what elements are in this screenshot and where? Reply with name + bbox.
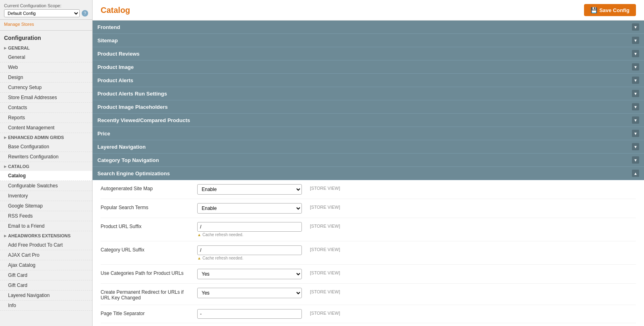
help-icon[interactable]: ? <box>82 10 88 17</box>
field-product-url-suffix: Product URL Suffix ▲ Cache refresh neede… <box>101 218 636 241</box>
accordion-toggle-product-alerts[interactable]: ▼ <box>632 77 639 84</box>
accordion-category-top-navigation[interactable]: Category Top Navigation ▼ <box>93 154 644 167</box>
sidebar-item-rss-feeds[interactable]: RSS Feeds <box>0 211 92 221</box>
accordion-product-reviews[interactable]: Product Reviews ▼ <box>93 47 644 60</box>
sidebar-item-email-friend[interactable]: Email to a Friend <box>0 221 92 231</box>
field-label-create-permanent-redirect: Create Permanent Redirect for URLs if UR… <box>101 288 189 301</box>
accordion-toggle-product-image-placeholders[interactable]: ▼ <box>632 103 639 110</box>
field-use-categories-path: Use Categories Path for Product URLs Yes… <box>101 265 636 284</box>
select-use-categories-path[interactable]: Yes No <box>197 269 302 279</box>
accordion-sitemap[interactable]: Sitemap ▼ <box>93 34 644 47</box>
select-popular-search-terms[interactable]: Enable Disable <box>197 203 302 214</box>
chevron-right-icon-3: ▶ <box>4 165 6 168</box>
sidebar-item-general[interactable]: General <box>0 52 92 62</box>
store-view-popular-search: [STORE VIEW] <box>310 203 346 210</box>
save-config-button[interactable]: 💾 Save Config <box>584 4 636 16</box>
sidebar-item-gift-card-1[interactable]: Gift Card <box>0 270 92 280</box>
sidebar-item-content-management[interactable]: Content Management <box>0 123 92 133</box>
sidebar-item-google-sitemap[interactable]: Google Sitemap <box>0 201 92 211</box>
accordion-toggle-product-alerts-run[interactable]: ▼ <box>632 90 639 97</box>
main-content: Frontend ▼ Sitemap ▼ Product Reviews ▼ P… <box>93 21 644 326</box>
sidebar-item-web[interactable]: Web <box>0 62 92 73</box>
sidebar-item-configurable-swatches[interactable]: Configurable Swatches <box>0 181 92 191</box>
accordion-toggle-price[interactable]: ▼ <box>632 130 639 137</box>
sidebar-item-base-config[interactable]: Base Configuration <box>0 142 92 152</box>
field-create-permanent-redirect: Create Permanent Redirect for URLs if UR… <box>101 284 636 305</box>
sidebar-group-catalog-items: Catalog Configurable Swatches Inventory … <box>0 171 92 231</box>
field-page-title-separator: Page Title Separator [STORE VIEW] <box>101 305 636 323</box>
sidebar-item-currency-setup[interactable]: Currency Setup <box>0 83 92 93</box>
accordion-layered-navigation[interactable]: Layered Navigation ▼ <box>93 140 644 154</box>
accordion-toggle-layered-navigation[interactable]: ▼ <box>632 143 639 150</box>
save-icon: 💾 <box>590 7 597 13</box>
sidebar-item-layered-navigation[interactable]: Layered Navigation <box>0 291 92 301</box>
accordion-price[interactable]: Price ▼ <box>93 127 644 140</box>
field-canonical-link-categories: Use Canonical Link Meta Tag For Categori… <box>101 323 636 326</box>
accordion-sitemap-label: Sitemap <box>97 37 118 44</box>
scope-label: Current Configuration Scope: <box>4 3 88 8</box>
sidebar-item-ajax-catalog[interactable]: Ajax Catalog <box>0 260 92 270</box>
accordion-frontend[interactable]: Frontend ▼ <box>93 21 644 34</box>
warning-icon: ▲ <box>197 233 201 237</box>
sidebar-group-enhanced-admin[interactable]: ▶ ENHANCED ADMIN GRIDS <box>0 133 92 142</box>
sidebar-group-general[interactable]: ▶ GENERAL <box>0 44 92 52</box>
store-view-autogenerated: [STORE VIEW] <box>310 184 346 191</box>
sidebar-item-contacts[interactable]: Contacts <box>0 103 92 113</box>
accordion-product-alerts-run-label: Product Alerts Run Settings <box>97 91 167 97</box>
field-label-category-url-suffix: Category URL Suffix <box>101 245 189 253</box>
sidebar-item-info[interactable]: Info <box>0 301 92 311</box>
accordion-toggle-seo[interactable]: ▲ <box>632 170 639 177</box>
accordion-toggle-recently-viewed[interactable]: ▼ <box>632 116 639 124</box>
accordion-product-image-placeholders[interactable]: Product Image Placeholders ▼ <box>93 100 644 114</box>
accordion-toggle-category-top-navigation[interactable]: ▼ <box>632 156 639 164</box>
sidebar-item-gift-card-2[interactable]: Gift Card <box>0 280 92 291</box>
field-hint-product-url-suffix: ▲ Cache refresh needed. <box>197 233 302 237</box>
sidebar-item-inventory[interactable]: Inventory <box>0 191 92 201</box>
input-page-title-separator[interactable] <box>197 309 302 319</box>
select-create-permanent-redirect[interactable]: Yes No <box>197 288 302 298</box>
accordion-toggle-product-reviews[interactable]: ▼ <box>632 50 639 57</box>
scope-select[interactable]: Default Config <box>4 9 80 17</box>
sidebar-item-reports[interactable]: Reports <box>0 113 92 123</box>
sidebar-group-aheadworks[interactable]: ▶ AHEADWORKS EXTENSIONS <box>0 231 92 240</box>
accordion-product-alerts-run[interactable]: Product Alerts Run Settings ▼ <box>93 87 644 100</box>
accordion-product-image[interactable]: Product Image ▼ <box>93 60 644 74</box>
warning-icon-2: ▲ <box>197 256 201 260</box>
store-view-product-url: [STORE VIEW] <box>310 222 346 228</box>
accordion-price-label: Price <box>97 131 110 137</box>
sidebar-item-catalog[interactable]: Catalog <box>0 171 92 181</box>
accordion-toggle-frontend[interactable]: ▼ <box>632 23 639 31</box>
app-layout: Current Configuration Scope: Default Con… <box>0 0 644 326</box>
field-control-product-url-suffix: ▲ Cache refresh needed. <box>197 222 302 237</box>
sidebar-item-design[interactable]: Design <box>0 73 92 83</box>
store-view-category-url: [STORE VIEW] <box>310 245 346 252</box>
field-hint-category-url-suffix: ▲ Cache refresh needed. <box>197 256 302 260</box>
sidebar-group-aheadworks-items: Add Free Product To Cart AJAX Cart Pro A… <box>0 240 92 311</box>
accordion-product-alerts[interactable]: Product Alerts ▼ <box>93 74 644 87</box>
accordion-recently-viewed[interactable]: Recently Viewed/Compared Products ▼ <box>93 114 644 127</box>
accordion-toggle-product-image[interactable]: ▼ <box>632 63 639 71</box>
sidebar-item-ajax-cart-pro[interactable]: AJAX Cart Pro <box>0 250 92 260</box>
accordion-layered-navigation-label: Layered Navigation <box>97 144 146 150</box>
field-label-autogenerated-site-map: Autogenerated Site Map <box>101 184 189 191</box>
main-header: Catalog 💾 Save Config <box>93 0 644 21</box>
store-view-categories-path: [STORE VIEW] <box>310 269 346 275</box>
accordion-frontend-label: Frontend <box>97 24 120 30</box>
select-autogenerated-site-map[interactable]: Enable Disable <box>197 184 302 195</box>
manage-stores-link-container: Manage Stores <box>0 20 92 31</box>
sidebar-group-catalog[interactable]: ▶ CATALOG <box>0 162 92 171</box>
sidebar-item-store-email[interactable]: Store Email Addresses <box>0 93 92 103</box>
accordion-seo[interactable]: Search Engine Optimizations ▲ <box>93 167 644 180</box>
accordion-toggle-sitemap[interactable]: ▼ <box>632 37 639 44</box>
manage-stores-link[interactable]: Manage Stores <box>4 22 34 27</box>
sidebar-item-rewriters-config[interactable]: Rewriters Configuration <box>0 152 92 162</box>
input-product-url-suffix[interactable] <box>197 222 302 232</box>
sidebar-item-add-free-product[interactable]: Add Free Product To Cart <box>0 240 92 250</box>
field-control-use-categories-path: Yes No <box>197 269 302 279</box>
sidebar: Current Configuration Scope: Default Con… <box>0 0 93 326</box>
input-category-url-suffix[interactable] <box>197 245 302 255</box>
configuration-heading: Configuration <box>0 31 92 44</box>
accordion-product-image-placeholders-label: Product Image Placeholders <box>97 104 168 110</box>
chevron-right-icon-4: ▶ <box>4 234 6 238</box>
sidebar-group-general-items: General Web Design Currency Setup Store … <box>0 52 92 133</box>
